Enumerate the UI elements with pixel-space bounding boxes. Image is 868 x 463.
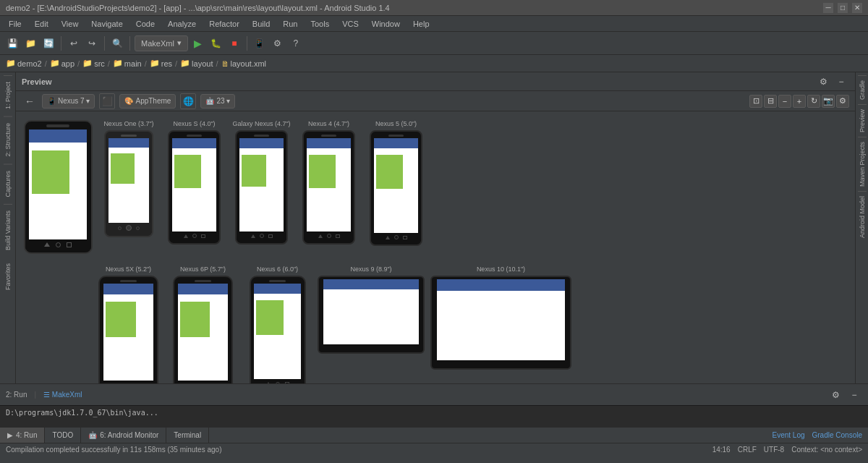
breadcrumb-demo2[interactable]: 📁 demo2	[6, 59, 42, 68]
zoom-in[interactable]: +	[793, 95, 806, 108]
menu-help[interactable]: Help	[407, 18, 435, 30]
breadcrumb-app[interactable]: 📁 app	[50, 59, 75, 68]
right-tab-preview[interactable]: Preview	[858, 104, 867, 137]
menu-refactor[interactable]: Refactor	[203, 18, 245, 30]
toolbar-sync[interactable]: 🔄	[41, 35, 56, 51]
toolbar-save[interactable]: 💾	[4, 35, 20, 51]
zoom-actual[interactable]: ⊡	[749, 95, 762, 108]
breadcrumb-res[interactable]: 📁 res	[150, 59, 172, 68]
screen	[109, 138, 149, 223]
fab	[106, 302, 136, 338]
left-panel: 1: Project 2: Structure Captures Build V…	[0, 72, 16, 383]
gradle-console-link[interactable]: Gradle Console	[812, 431, 862, 439]
preview-settings[interactable]: ⚙	[815, 74, 831, 90]
toolbar-avd[interactable]: 📱	[252, 35, 268, 51]
toolbar-undo[interactable]: ↩	[66, 35, 82, 51]
minimize-button[interactable]: ─	[823, 3, 833, 13]
right-tab-gradle[interactable]: Gradle	[858, 75, 867, 104]
toolbar-stop[interactable]: ■	[226, 35, 242, 51]
menu-build[interactable]: Build	[247, 18, 276, 30]
menu-tools[interactable]: Tools	[305, 18, 335, 30]
phone-nexus-4[interactable]	[302, 130, 355, 245]
phone-nexus-s[interactable]	[168, 130, 221, 245]
api-level-selector[interactable]: 🤖 23 ▾	[200, 94, 235, 109]
toolbar-search[interactable]: 🔍	[109, 35, 125, 51]
phone-nexus-one[interactable]	[104, 130, 153, 237]
appbar	[172, 138, 216, 148]
run-bar-settings[interactable]: ⚙	[827, 387, 843, 403]
bottom-tab-android-monitor[interactable]: 🤖 6: Android Monitor	[81, 428, 166, 443]
toolbar-help[interactable]: ?	[288, 35, 304, 51]
toolbar-open[interactable]: 📁	[22, 35, 38, 51]
maximize-button[interactable]: □	[838, 3, 848, 13]
breadcrumb-src[interactable]: 📁 src	[82, 59, 105, 68]
menu-file[interactable]: File	[3, 18, 27, 30]
device-grid: Nexus One (3.7")	[16, 111, 855, 383]
tablet-nexus-9[interactable]	[318, 276, 425, 354]
menu-analyze[interactable]: Analyze	[162, 18, 202, 30]
breadcrumb-layout[interactable]: 📁 layout	[180, 59, 213, 68]
speaker	[321, 135, 336, 137]
toolbar-redo[interactable]: ↪	[84, 35, 100, 51]
phone-galaxy-nexus[interactable]	[235, 130, 288, 245]
left-tab-favorites[interactable]: Favorites	[4, 258, 12, 296]
right-tab-android-model[interactable]: Android Model	[858, 191, 867, 242]
menu-edit[interactable]: Edit	[29, 18, 54, 30]
close-button[interactable]: ✕	[852, 3, 862, 13]
bottom-tab-todo[interactable]: TODO	[45, 428, 81, 443]
phone-nexus-6[interactable]	[250, 276, 306, 383]
menu-vcs[interactable]: VCS	[336, 18, 365, 30]
toolbar-sdk[interactable]: ⚙	[270, 35, 286, 51]
navbar	[100, 381, 157, 383]
preview-hide[interactable]: −	[833, 74, 849, 90]
tablet-nexus-10[interactable]	[430, 276, 571, 370]
make-xml-dropdown[interactable]: MakeXml ▾	[135, 35, 188, 51]
navbar	[371, 233, 421, 242]
menu-view[interactable]: View	[56, 18, 85, 30]
zoom-settings[interactable]: ⚙	[836, 95, 849, 108]
preview-nav-back[interactable]: ←	[22, 93, 38, 109]
nexus-one-label: Nexus One (3.7")	[103, 120, 153, 127]
zoom-out[interactable]: −	[778, 95, 791, 108]
appbar	[109, 138, 149, 148]
event-log-link[interactable]: Event Log	[772, 431, 804, 439]
breadcrumb-layout-xml[interactable]: 🗎 layout.xml	[221, 59, 267, 68]
zoom-fit[interactable]: ⊟	[764, 95, 777, 108]
preview-panel: Preview ⚙ − ← 📱 Nexus 7 ▾ ⬛ 🎨 AppTheme	[16, 72, 855, 383]
screen	[437, 279, 566, 360]
phone-nexus-5x[interactable]	[98, 276, 158, 383]
menu-code[interactable]: Code	[130, 18, 161, 30]
zoom-refresh[interactable]: ↻	[807, 95, 820, 108]
left-tab-project[interactable]: 1: Project	[4, 75, 12, 115]
locale-selector[interactable]: 🌐	[180, 93, 196, 109]
left-tab-build[interactable]: Build Variants	[4, 204, 12, 256]
phone-nexus-6p[interactable]	[173, 276, 233, 383]
theme-selector[interactable]: 🎨 AppTheme	[119, 94, 176, 109]
content	[178, 294, 229, 381]
phone-nexus-5[interactable]	[370, 130, 422, 246]
screen	[178, 284, 229, 381]
bottom-tab-run[interactable]: ▶ 4: Run	[0, 428, 45, 443]
toolbar-debug[interactable]: 🐛	[208, 35, 224, 51]
phone-main[interactable]	[24, 120, 93, 254]
menu-run[interactable]: Run	[277, 18, 303, 30]
menu-navigate[interactable]: Navigate	[85, 18, 128, 30]
zoom-camera[interactable]: 📷	[822, 95, 835, 108]
device-selector[interactable]: 📱 Nexus 7 ▾	[42, 94, 95, 109]
device-item-nexus-4: Nexus 4 (4.7")	[298, 120, 359, 245]
run-icon: ▶	[7, 431, 13, 439]
bottom-tab-terminal[interactable]: Terminal	[166, 428, 209, 443]
run-bar-hide[interactable]: −	[846, 387, 862, 403]
right-tab-maven[interactable]: Maven Projects	[858, 137, 867, 191]
screen	[103, 284, 154, 381]
left-tab-captures[interactable]: Captures	[4, 164, 12, 203]
left-tab-structure[interactable]: 2: Structure	[4, 116, 12, 163]
orientation-toggle[interactable]: ⬛	[99, 93, 115, 109]
content	[437, 291, 566, 360]
menu-window[interactable]: Window	[366, 18, 406, 30]
appbar	[239, 138, 284, 148]
breadcrumb-main[interactable]: 📁 main	[113, 59, 142, 68]
content	[254, 294, 301, 379]
speaker	[187, 135, 202, 137]
toolbar-run-btn[interactable]: ▶	[190, 35, 206, 51]
